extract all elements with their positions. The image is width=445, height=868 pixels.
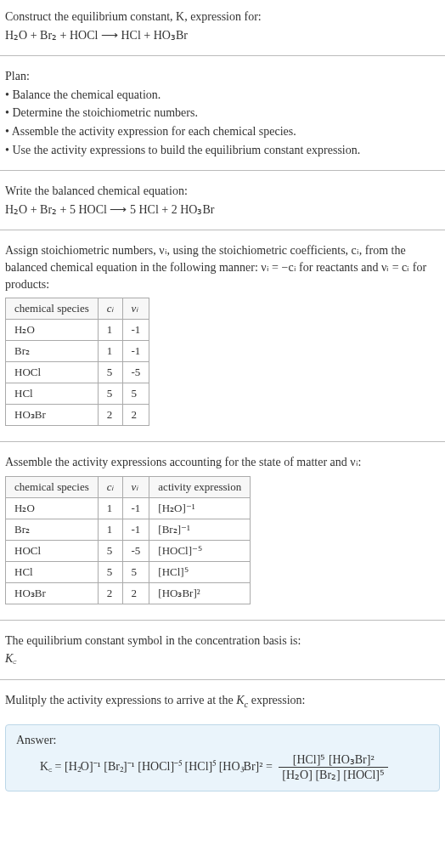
activity-section: Assemble the activity expressions accoun… [0,445,445,616]
table-row: HOCl5-5 [6,362,149,383]
divider [0,620,445,621]
col-vi: νᵢ [122,476,149,497]
symbol-intro: The equilibrium constant symbol in the c… [5,633,440,650]
cell: 5 [122,383,149,405]
cell: Br₂ [6,341,99,362]
symbol-kc: K꜀ [5,650,440,667]
cell: [HO₃Br]² [149,582,251,604]
answer-fraction: [HCl]⁵ [HO₃Br]² [H₂O] [Br₂] [HOCl]⁵ [279,752,388,782]
cell: -1 [122,341,149,362]
table-row: HO₃Br22[HO₃Br]² [6,582,251,604]
cell: HOCl [6,362,99,383]
table-row: Br₂1-1 [6,341,149,362]
cell: [H₂O]⁻¹ [149,497,251,519]
balanced-section: Write the balanced chemical equation: H₂… [0,174,445,226]
plan-item: • Balance the chemical equation. [5,87,440,104]
col-ci: cᵢ [98,298,122,320]
table-row: Br₂1-1[Br₂]⁻¹ [6,519,251,540]
plan-heading: Plan: [5,68,440,85]
balanced-equation: H₂O + Br₂ + 5 HOCl ⟶ 5 HCl + 2 HO₃Br [5,201,440,218]
col-species: chemical species [6,298,99,320]
cell: 5 [122,561,149,582]
col-activity: activity expression [149,476,251,497]
cell: -1 [122,320,149,341]
answer-equation: K꜀ = [H₂O]⁻¹ [Br₂]⁻¹ [HOCl]⁻⁵ [HCl]⁵ [HO… [16,752,429,782]
cell: 2 [98,582,122,604]
cell: H₂O [6,320,99,341]
cell: HO₃Br [6,405,99,426]
multiply-intro: Mulitply the activity expressions to arr… [5,692,440,711]
stoich-section: Assign stoichiometric numbers, νᵢ, using… [0,234,445,438]
cell: 1 [98,320,122,341]
answer-lhs: K꜀ = [H₂O]⁻¹ [Br₂]⁻¹ [HOCl]⁻⁵ [HCl]⁵ [HO… [40,760,273,774]
table-header-row: chemical species cᵢ νᵢ [6,298,149,320]
table-row: HO₃Br22 [6,405,149,426]
cell: Br₂ [6,519,99,540]
table-header-row: chemical species cᵢ νᵢ activity expressi… [6,476,251,497]
cell: 1 [98,497,122,519]
stoich-intro: Assign stoichiometric numbers, νᵢ, using… [5,242,440,292]
cell: -1 [122,497,149,519]
activity-intro: Assemble the activity expressions accoun… [5,454,440,471]
col-ci: cᵢ [98,476,122,497]
fraction-numerator: [HCl]⁵ [HO₃Br]² [279,752,388,768]
cell: [HOCl]⁻⁵ [149,540,251,561]
activity-table: chemical species cᵢ νᵢ activity expressi… [5,476,251,604]
construct-title: Construct the equilibrium constant, K, e… [5,9,440,26]
divider [0,679,445,680]
cell: [HCl]⁵ [149,561,251,582]
cell: [Br₂]⁻¹ [149,519,251,540]
cell: -5 [122,540,149,561]
fraction-denominator: [H₂O] [Br₂] [HOCl]⁵ [279,768,388,782]
table-row: H₂O1-1 [6,320,149,341]
multiply-section: Mulitply the activity expressions to arr… [0,684,445,719]
balanced-heading: Write the balanced chemical equation: [5,183,440,200]
cell: 1 [98,519,122,540]
divider [0,230,445,230]
cell: -5 [122,362,149,383]
table-row: HCl55[HCl]⁵ [6,561,251,582]
cell: -1 [122,519,149,540]
plan-item: • Assemble the activity expression for e… [5,123,440,140]
divider [0,55,445,56]
cell: HOCl [6,540,99,561]
cell: 2 [122,582,149,604]
answer-label: Answer: [16,734,429,747]
cell: HCl [6,561,99,582]
stoich-table: chemical species cᵢ νᵢ H₂O1-1 Br₂1-1 HOC… [5,298,149,426]
cell: HCl [6,383,99,405]
cell: 5 [98,362,122,383]
col-vi: νᵢ [122,298,149,320]
symbol-section: The equilibrium constant symbol in the c… [0,624,445,676]
cell: 5 [98,383,122,405]
table-row: HCl55 [6,383,149,405]
plan-item: • Determine the stoichiometric numbers. [5,105,440,122]
cell: H₂O [6,497,99,519]
cell: 2 [98,405,122,426]
cell: 5 [98,561,122,582]
cell: 2 [122,405,149,426]
table-row: H₂O1-1[H₂O]⁻¹ [6,497,251,519]
cell: 1 [98,341,122,362]
answer-box: Answer: K꜀ = [H₂O]⁻¹ [Br₂]⁻¹ [HOCl]⁻⁵ [H… [5,724,440,791]
cell: 5 [98,540,122,561]
cell: HO₃Br [6,582,99,604]
table-row: HOCl5-5[HOCl]⁻⁵ [6,540,251,561]
unbalanced-equation: H₂O + Br₂ + HOCl ⟶ HCl + HO₃Br [5,27,440,44]
plan-item: • Use the activity expressions to build … [5,142,440,159]
divider [0,170,445,171]
plan-section: Plan: • Balance the chemical equation. •… [0,60,445,167]
divider [0,441,445,442]
header-section: Construct the equilibrium constant, K, e… [0,0,445,52]
col-species: chemical species [6,476,99,497]
